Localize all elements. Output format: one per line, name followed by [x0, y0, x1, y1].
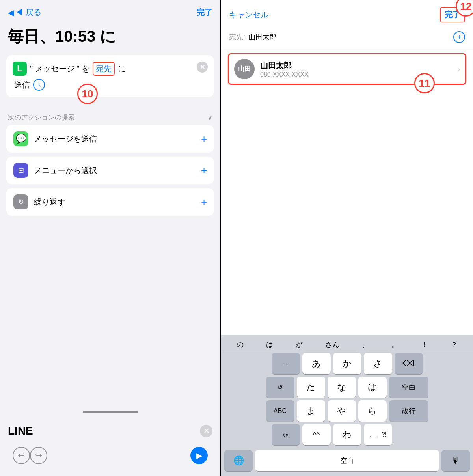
- suggestion-label-repeat: 繰り返す: [34, 197, 65, 207]
- left-done-button[interactable]: 完了: [197, 7, 212, 18]
- suggestion-repeat[interactable]: ↻ 繰り返す +: [6, 188, 214, 216]
- keyboard-suggestions-bar: の は が さん 、 。 ！ ？: [221, 335, 473, 353]
- keyboard-row-1: → あ か さ ⌫: [221, 353, 473, 374]
- right-panel: キャンセル 完了 12 宛先: 山田太郎 + 山田 山田太郎 080-XXXX-…: [221, 0, 473, 476]
- back-label: ◀ 戻る: [15, 7, 41, 18]
- menu-icon: ⊟: [13, 163, 28, 178]
- close-button[interactable]: ✕: [197, 62, 208, 73]
- key-emoji[interactable]: ☺: [272, 424, 300, 445]
- key-mic[interactable]: 🎙: [441, 450, 470, 471]
- key-space-kana[interactable]: 空白: [389, 377, 428, 398]
- keyboard-row-4: ☺ ^^ わ 、。?!: [221, 424, 473, 445]
- suggestion-chevron-icon[interactable]: ∨: [207, 113, 212, 122]
- messages-icon: 💬: [13, 131, 28, 146]
- back-button[interactable]: ◀ ◀ 戻る: [8, 7, 41, 18]
- suggestion-header: 次のアクションの提案 ∨: [6, 113, 214, 125]
- suggestion-quest[interactable]: ？: [451, 340, 458, 349]
- key-globe[interactable]: 🌐: [224, 450, 253, 471]
- recipient-row: 宛先: 山田太郎 +: [221, 26, 473, 48]
- left-nav: ◀ ◀ 戻る 完了: [0, 0, 220, 22]
- app-row: LINE ✕: [6, 419, 214, 443]
- back-chevron-icon: ◀: [8, 8, 14, 17]
- suggestion-item-left-2: ⊟ メニューから選択: [13, 163, 97, 178]
- keyboard-row-2: ↺ た な は 空白: [221, 377, 473, 398]
- suggestion-item-left-3: ↻ 繰り返す: [13, 194, 65, 209]
- key-や[interactable]: や: [328, 400, 356, 422]
- key-dakuten[interactable]: ^^: [302, 424, 331, 445]
- key-な[interactable]: な: [328, 377, 356, 398]
- suggestion-title: 次のアクションの提案: [8, 113, 75, 122]
- redo-button[interactable]: ↪: [30, 447, 47, 464]
- key-undo[interactable]: ↺: [266, 377, 294, 398]
- key-delete[interactable]: ⌫: [395, 353, 423, 374]
- suggestion-section: 次のアクションの提案 ∨ 💬 メッセージを送信 + ⊟ メニューから選択 + ↻…: [0, 113, 220, 220]
- app-close-button[interactable]: ✕: [200, 425, 212, 437]
- recipient-name-text: 山田太郎: [248, 32, 277, 42]
- action-line1: L " メッセージ " を 宛先 に: [13, 62, 126, 76]
- add-menu-icon[interactable]: +: [201, 164, 207, 177]
- suggestion-の[interactable]: の: [236, 340, 244, 349]
- bottom-area: LINE ✕ ↩ ↪ ▶: [0, 411, 220, 476]
- repeat-icon: ↻: [13, 194, 28, 209]
- keyboard-bottom-row: 🌐 空白 🎙: [221, 448, 473, 476]
- recipient-label: 宛先:: [229, 32, 245, 42]
- suggestion-label-messages: メッセージを送信: [34, 134, 97, 144]
- key-punctuation[interactable]: 、。?!: [364, 424, 392, 445]
- key-abc[interactable]: ABC: [266, 400, 294, 422]
- suggestion-は[interactable]: は: [266, 340, 273, 349]
- key-あ[interactable]: あ: [302, 353, 331, 374]
- action-line2: 送信 ›: [13, 79, 126, 91]
- left-panel: ◀ ◀ 戻る 完了 毎日、10:53 に L " メッセージ " を 宛先 に …: [0, 0, 220, 476]
- add-repeat-icon[interactable]: +: [201, 196, 207, 208]
- key-か[interactable]: か: [333, 353, 361, 374]
- suggestion-comma[interactable]: 、: [362, 340, 369, 349]
- step-10-badge: 10: [77, 84, 98, 104]
- suggestion-label-menu: メニューから選択: [34, 165, 97, 176]
- suggestion-さん[interactable]: さん: [325, 340, 339, 349]
- key-さ[interactable]: さ: [364, 353, 392, 374]
- add-recipient-button[interactable]: +: [453, 31, 465, 43]
- action-card-content: L " メッセージ " を 宛先 に 送信 ›: [13, 62, 126, 91]
- contact-details: 山田太郎 080-XXXX-XXXX: [260, 60, 309, 78]
- key-は[interactable]: は: [358, 377, 387, 398]
- key-arrow[interactable]: →: [272, 353, 300, 374]
- line-app-icon: L: [13, 62, 27, 76]
- suggestion-menu[interactable]: ⊟ メニューから選択 +: [6, 157, 214, 184]
- suggestion-item-left: 💬 メッセージを送信: [13, 131, 97, 146]
- page-title: 毎日、10:53 に: [0, 22, 220, 55]
- send-text: 送信: [14, 80, 30, 90]
- keyboard-row-3: ABC ま や ら 改行: [221, 400, 473, 422]
- contact-detail-chevron-icon[interactable]: ›: [457, 65, 460, 74]
- send-label: に: [118, 63, 126, 74]
- key-ま[interactable]: ま: [297, 400, 325, 422]
- suggestion-period[interactable]: 。: [391, 340, 399, 349]
- bottom-toolbar: ↩ ↪ ▶: [6, 443, 214, 468]
- key-わ[interactable]: わ: [333, 424, 361, 445]
- contact-info: 山田 山田太郎 080-XXXX-XXXX: [234, 59, 309, 79]
- contact-name: 山田太郎: [260, 60, 309, 71]
- key-ら[interactable]: ら: [358, 400, 387, 422]
- suggestion-excl[interactable]: ！: [421, 340, 428, 349]
- undo-button[interactable]: ↩: [13, 447, 30, 464]
- play-button[interactable]: ▶: [190, 447, 208, 464]
- step-11-badge: 11: [414, 73, 435, 93]
- action-card: L " メッセージ " を 宛先 に 送信 › ✕ 10: [6, 55, 214, 97]
- keyboard-area: の は が さん 、 。 ！ ？ → あ か さ ⌫ ↺ た な は 空白 AB…: [221, 335, 473, 476]
- cancel-button[interactable]: キャンセル: [229, 9, 268, 20]
- suggestion-messages[interactable]: 💬 メッセージを送信 +: [6, 125, 214, 153]
- key-return[interactable]: 改行: [389, 400, 428, 422]
- contact-card[interactable]: 山田 山田太郎 080-XXXX-XXXX › 11: [227, 53, 467, 85]
- key-た[interactable]: た: [297, 377, 325, 398]
- add-messages-icon[interactable]: +: [201, 133, 207, 145]
- contact-phone: 080-XXXX-XXXX: [260, 71, 309, 78]
- contact-avatar: 山田: [234, 59, 255, 79]
- message-text: " メッセージ " を: [30, 63, 89, 74]
- app-name: LINE: [8, 425, 33, 437]
- home-indicator: [83, 411, 138, 413]
- action-arrow-icon[interactable]: ›: [33, 79, 45, 91]
- key-spacebar[interactable]: 空白: [255, 450, 439, 471]
- key-empty: [395, 424, 423, 445]
- right-nav: キャンセル 完了 12: [221, 0, 473, 26]
- recipient-button[interactable]: 宛先: [93, 62, 115, 76]
- suggestion-が[interactable]: が: [296, 340, 303, 349]
